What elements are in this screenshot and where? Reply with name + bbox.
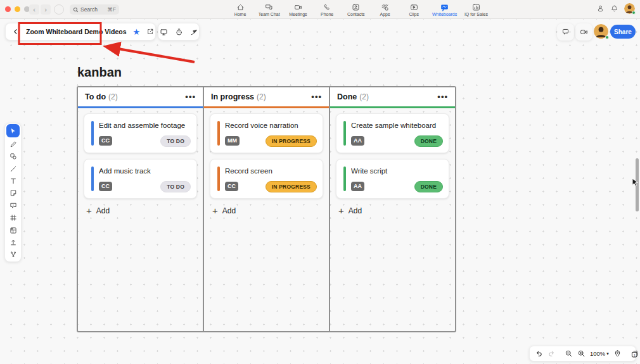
column-menu-icon[interactable]: ••• — [185, 94, 196, 99]
comments-button[interactable] — [557, 23, 574, 41]
nav-tab-clips[interactable]: Clips — [403, 1, 425, 18]
status-badge[interactable]: TO DO — [160, 181, 191, 193]
zoom-in-button[interactable] — [577, 349, 586, 358]
assignee-badge[interactable]: MM — [225, 136, 240, 146]
column-cards: Edit and assemble footage CC TO DO Add m… — [78, 108, 203, 204]
collaborator-avatar[interactable] — [594, 24, 608, 39]
sticky-note-tool[interactable] — [7, 187, 20, 199]
minimize-window-button[interactable] — [15, 6, 20, 12]
presence-dot — [605, 35, 609, 39]
card-accent-bar — [343, 166, 346, 191]
plus-icon: + — [338, 207, 344, 215]
status-badge[interactable]: IN PROGRESS — [266, 135, 317, 147]
zoom-level-dropdown[interactable]: 100% ▾ — [590, 350, 609, 357]
nav-label: Meetings — [289, 12, 307, 16]
kanban-card[interactable]: Record voice narration MM IN PROGRESS — [210, 113, 323, 153]
mindmap-tool[interactable] — [7, 249, 20, 260]
timer-button[interactable] — [175, 28, 183, 36]
traffic-lights[interactable] — [5, 6, 30, 12]
nav-tab-home[interactable]: Home — [229, 1, 251, 18]
column-menu-icon[interactable]: ••• — [437, 94, 448, 99]
upload-tool[interactable] — [7, 237, 20, 248]
profile-icon[interactable] — [596, 4, 605, 13]
search-input[interactable]: Search ⌘F — [70, 4, 119, 15]
assignee-badge[interactable]: CC — [99, 136, 112, 146]
redo-button[interactable] — [547, 349, 556, 358]
column-count: (2) — [359, 92, 369, 101]
frame-tool[interactable] — [7, 212, 20, 223]
column-header[interactable]: Done (2) ••• — [330, 87, 455, 106]
present-tools-group — [158, 23, 200, 41]
board-title[interactable]: Zoom Whiteboard Demo Videos — [26, 28, 126, 35]
nav-tab-whiteboards[interactable]: Whiteboards — [432, 1, 457, 18]
add-label: Add — [349, 206, 362, 215]
nav-label: Contacts — [347, 12, 365, 16]
zoom-out-button[interactable] — [565, 349, 573, 358]
column-header[interactable]: In progress (2) ••• — [204, 87, 329, 106]
video-button[interactable] — [575, 23, 592, 41]
kanban-column-done: Done (2) ••• Create sample whiteboard AA… — [330, 87, 455, 331]
nav-tab-contacts[interactable]: Contacts — [345, 1, 367, 18]
column-name: To do — [85, 92, 106, 101]
template-tool[interactable] — [7, 225, 20, 236]
nav-tab-team-chat[interactable]: Team Chat — [259, 1, 280, 18]
card-accent-bar — [217, 166, 220, 191]
nav-tab-meetings[interactable]: Meetings — [287, 1, 309, 18]
add-card-button[interactable]: + Add — [212, 206, 329, 215]
line-tool[interactable] — [7, 163, 20, 175]
pen-tool[interactable] — [7, 139, 20, 150]
history-forward-button[interactable]: › — [41, 4, 51, 15]
column-menu-icon[interactable]: ••• — [311, 94, 322, 99]
nav-label: Home — [234, 12, 246, 16]
assignee-badge[interactable]: AA — [351, 136, 364, 146]
kanban-card[interactable]: Add music track CC TO DO — [84, 159, 197, 199]
undo-icon — [535, 349, 543, 358]
kanban-card[interactable]: Create sample whiteboard AA DONE — [336, 113, 449, 153]
status-badge[interactable]: DONE — [414, 135, 443, 147]
shapes-tool[interactable] — [7, 151, 20, 162]
nav-tab-phone[interactable]: Phone — [316, 1, 338, 18]
nav-tab-iq-for-sales[interactable]: IQ for Sales — [464, 1, 488, 18]
kanban-card[interactable]: Write script AA DONE — [336, 159, 449, 199]
laser-pointer-button[interactable] — [190, 28, 198, 36]
kanban-board-title[interactable]: kanban — [77, 65, 122, 80]
add-label: Add — [222, 206, 236, 215]
shapes-icon — [10, 153, 17, 160]
user-avatar[interactable] — [624, 3, 635, 14]
export-button[interactable] — [146, 28, 154, 35]
main-nav: Home Team Chat Meetings Phone Contacts A… — [229, 1, 488, 18]
status-badge[interactable]: TO DO — [160, 135, 191, 147]
kanban-card[interactable]: Record screen CC IN PROGRESS — [210, 159, 323, 199]
team-chat-icon — [265, 3, 273, 11]
pencil-icon — [10, 141, 17, 148]
pages-button[interactable]: 1 — [630, 349, 639, 358]
history-back-button[interactable]: ‹ — [29, 4, 39, 15]
status-badge[interactable]: DONE — [414, 181, 443, 193]
pages-icon: 1 — [630, 349, 639, 358]
camera-icon — [580, 28, 588, 36]
kanban-card[interactable]: Edit and assemble footage CC TO DO — [84, 113, 197, 153]
select-tool[interactable] — [6, 124, 20, 137]
redo-icon — [547, 349, 556, 358]
present-button[interactable] — [160, 28, 168, 36]
favorite-star-icon[interactable]: ★ — [132, 28, 140, 36]
kanban-board[interactable]: To do (2) ••• Edit and assemble footage … — [77, 86, 456, 332]
undo-button[interactable] — [535, 349, 543, 358]
comment-tool[interactable] — [7, 200, 20, 211]
add-card-button[interactable]: + Add — [86, 206, 203, 215]
text-tool[interactable] — [7, 175, 20, 187]
column-header[interactable]: To do (2) ••• — [78, 87, 203, 106]
share-button[interactable]: Share — [610, 25, 636, 39]
refresh-icon[interactable] — [54, 4, 64, 15]
notifications-bell-icon[interactable] — [610, 4, 618, 13]
locate-button[interactable] — [613, 349, 622, 358]
assignee-badge[interactable]: CC — [225, 182, 238, 191]
status-badge[interactable]: IN PROGRESS — [266, 181, 317, 193]
nav-tab-apps[interactable]: Apps — [374, 1, 396, 18]
assignee-badge[interactable]: CC — [99, 182, 112, 191]
board-back-button[interactable] — [12, 28, 20, 35]
close-window-button[interactable] — [5, 6, 11, 12]
assignee-badge[interactable]: AA — [351, 182, 364, 191]
plus-icon: + — [212, 207, 218, 215]
add-card-button[interactable]: + Add — [338, 206, 455, 215]
